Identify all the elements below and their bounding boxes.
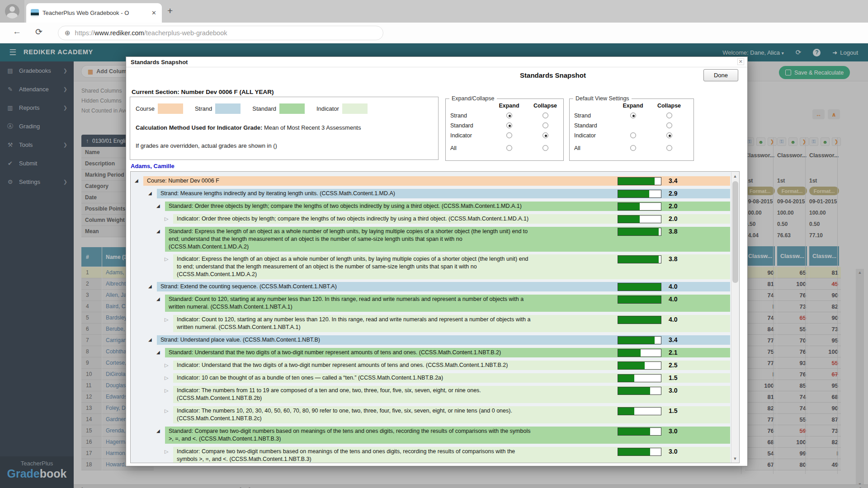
collapse-node-icon[interactable]: ◢ (156, 203, 160, 208)
radio-row-label: Indicator (448, 132, 491, 142)
tab-close-icon[interactable]: ✕ (151, 9, 157, 16)
expand-node-icon[interactable]: ▷ (165, 362, 168, 368)
grade-value: 2.1 (669, 349, 677, 356)
tree-row-standard[interactable]: ◢Standard: Express the length of an obje… (131, 227, 730, 252)
tree-row-indicator[interactable]: ▷Indicator: 10 can be thought of as a bu… (131, 373, 730, 383)
expand-radio-cell (615, 113, 651, 122)
legend-swatch (279, 103, 305, 114)
expand-radio-cell (491, 113, 527, 122)
radio-row-label: Indicator (571, 132, 615, 142)
address-bar[interactable]: ⊕ https://www.rediker.com/teacherplus-we… (58, 26, 383, 40)
expand-radio[interactable] (506, 132, 512, 138)
collapse-node-icon[interactable]: ◢ (148, 337, 152, 342)
tree-scroll-down-icon[interactable]: ▼ (731, 456, 739, 461)
expand-node-icon[interactable]: ▷ (165, 449, 168, 455)
expand-radio-cell (615, 122, 651, 132)
expand-radio[interactable] (506, 145, 512, 151)
override-note: If grades are overridden, actual grades … (136, 142, 277, 149)
collapse-node-icon[interactable]: ◢ (156, 350, 160, 355)
tree-row-strand[interactable]: ◢Strand: Measure lengths indirectly and … (131, 189, 730, 198)
tree-row-indicator[interactable]: ▷Indicator: The numbers from 11 to 19 ar… (131, 386, 730, 403)
collapse-radio[interactable] (666, 132, 672, 138)
tree-row-standard[interactable]: ◢Standard: Compare two two-digit numbers… (131, 427, 730, 444)
tree-row-course[interactable]: ◢Course: Number Dev 0006 F3.4 (131, 176, 730, 186)
legend-item: Course (136, 103, 183, 114)
grade-bar (618, 361, 661, 370)
standards-tree: ◢Course: Number Dev 0006 F3.4◢Strand: Me… (130, 171, 740, 463)
tree-row-indicator[interactable]: ▷Indicator: Understand that the two digi… (131, 361, 730, 370)
url-text: https://www.rediker.com/teacherplus-web-… (75, 29, 227, 37)
browser-profile-button[interactable] (0, 0, 24, 23)
expand-radio[interactable] (506, 122, 512, 128)
tree-row-strand[interactable]: ◢Strand: Understand place value. (CCSS.M… (131, 335, 730, 345)
tree-row-strand[interactable]: ◢Strand: Extend the counting sequence. (… (131, 282, 730, 291)
collapse-node-icon[interactable]: ◢ (135, 178, 138, 183)
grade-bar (618, 296, 661, 304)
tree-row-indicator[interactable]: ▷Indicator: Compare two two-digit number… (131, 447, 730, 463)
collapse-node-icon[interactable]: ◢ (148, 191, 152, 196)
tree-row-standard[interactable]: ◢Standard: Order three objects by length… (131, 202, 730, 211)
tree-scroll-thumb[interactable] (732, 181, 738, 283)
collapse-node-icon[interactable]: ◢ (156, 229, 160, 234)
tree-row-indicator[interactable]: ▷Indicator: Express the length of an obj… (131, 254, 730, 279)
standards-snapshot-dialog: Standards Snapshot ✕ Standards Snapshot … (126, 56, 748, 466)
grade-bar (618, 190, 661, 198)
expand-radio[interactable] (506, 113, 512, 118)
grade-value: 3.4 (669, 177, 677, 184)
refresh-icon[interactable]: ⟳ (35, 27, 42, 37)
back-icon[interactable]: ← (13, 27, 21, 37)
tree-row-standard[interactable]: ◢Standard: Count to 120, starting at any… (131, 295, 730, 312)
collapse-radio[interactable] (542, 113, 548, 118)
expand-node-icon[interactable]: ▷ (165, 375, 168, 381)
legend-swatch (215, 103, 241, 114)
expand-node-icon[interactable]: ▷ (165, 256, 168, 262)
close-icon[interactable]: ✕ (737, 58, 744, 65)
legend-item: Strand (195, 103, 241, 114)
tree-row-indicator[interactable]: ▷Indicator: The numbers 10, 20, 30, 40, … (131, 406, 730, 423)
collapse-radio-cell (527, 122, 563, 132)
collapse-node-icon[interactable]: ◢ (156, 296, 160, 301)
expand-node-icon[interactable]: ▷ (165, 408, 168, 414)
expand-radio[interactable] (630, 132, 636, 138)
grade-bar (618, 316, 661, 324)
student-name-link[interactable]: Adams, Camille (131, 163, 175, 169)
collapse-radio[interactable] (542, 132, 548, 138)
grade-bar (618, 336, 661, 344)
tree-scroll-up-icon[interactable]: ▲ (731, 174, 739, 178)
new-tab-button[interactable]: + (167, 6, 173, 15)
calculation-method: Calculation Method Used for Indicator Gr… (136, 124, 361, 131)
expand-radio[interactable] (630, 145, 636, 151)
expand-radio-cell (491, 132, 527, 142)
tree-row-indicator[interactable]: ▷Indicator: Order three objects by lengt… (131, 214, 730, 224)
expand-radio[interactable] (630, 113, 636, 118)
done-button[interactable]: Done (703, 69, 738, 81)
collapse-radio-cell (527, 145, 563, 155)
collapse-radio[interactable] (666, 145, 672, 151)
collapse-radio[interactable] (666, 113, 672, 118)
expand-node-icon[interactable]: ▷ (165, 216, 168, 222)
collapse-radio[interactable] (542, 122, 548, 128)
tree-row-text: Strand: Measure lengths indirectly and b… (160, 190, 532, 197)
collapse-node-icon[interactable]: ◢ (148, 284, 152, 289)
grade-bar-fill (618, 228, 659, 235)
tree-vertical-scrollbar[interactable]: ▲ ▼ (731, 172, 739, 463)
dialog-titlebar[interactable]: Standards Snapshot ✕ (126, 57, 747, 67)
collapse-radio[interactable] (542, 145, 548, 151)
tree-row-text: Course: Number Dev 0006 F (147, 177, 532, 185)
grade-bar-fill (618, 296, 661, 303)
tree-row-indicator[interactable]: ▷Indicator: Count to 120, starting at an… (131, 315, 730, 332)
grade-value: 2.9 (669, 190, 677, 197)
grade-bar (618, 228, 661, 236)
grade-bar-fill (618, 190, 649, 197)
expand-node-icon[interactable]: ▷ (165, 388, 168, 394)
grade-value: 2.5 (669, 361, 677, 369)
grade-bar-fill (618, 375, 634, 382)
collapse-node-icon[interactable]: ◢ (156, 428, 160, 433)
collapse-radio-cell (527, 113, 563, 122)
collapse-radio-cell (527, 132, 563, 142)
browser-tab[interactable]: TeacherPlus Web Gradebook - O ✕ (26, 3, 162, 23)
collapse-radio[interactable] (666, 122, 672, 128)
grade-bar-fill (618, 316, 661, 324)
tree-row-standard[interactable]: ◢Standard: Understand that the two digit… (131, 348, 730, 357)
expand-node-icon[interactable]: ▷ (165, 317, 168, 323)
